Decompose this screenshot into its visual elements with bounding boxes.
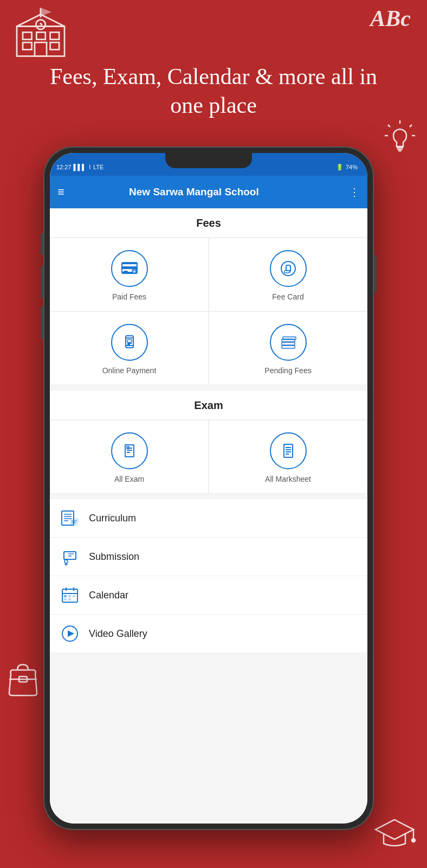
section-divider-2 (50, 494, 367, 499)
battery-icon: 🔋 (336, 164, 344, 171)
svg-rect-28 (124, 271, 128, 272)
volume-silent-button (41, 233, 43, 255)
svg-rect-8 (36, 33, 46, 40)
svg-point-63 (64, 560, 68, 563)
svg-point-32 (281, 261, 295, 276)
submission-label: Submission (89, 551, 139, 563)
phone-notch (165, 153, 252, 168)
app-title: New Sarwa Mangal School (71, 186, 317, 198)
video-gallery-label: Video Gallery (89, 628, 147, 640)
video-gallery-icon (60, 623, 80, 644)
svg-rect-43 (283, 337, 296, 340)
svg-rect-59 (70, 519, 78, 525)
online-payment-label: Online Payment (102, 366, 157, 375)
menu-button[interactable]: ≡ (57, 185, 64, 199)
bulb-icon (384, 119, 416, 164)
svg-marker-23 (376, 820, 413, 839)
svg-point-25 (412, 839, 415, 842)
online-payment-button[interactable]: Online Payment (50, 311, 209, 385)
svg-rect-37 (127, 340, 132, 342)
content-area: Fees (50, 208, 367, 824)
svg-rect-10 (23, 42, 32, 49)
svg-rect-9 (50, 33, 60, 40)
fee-card-icon (270, 250, 307, 287)
status-time: 12:27 (56, 164, 72, 170)
svg-rect-62 (64, 552, 76, 559)
svg-marker-78 (68, 630, 74, 637)
all-marksheet-label: All Marksheet (265, 475, 311, 483)
submission-item[interactable]: Submission (50, 538, 367, 576)
battery-level: 74% (346, 164, 358, 170)
svg-rect-7 (23, 33, 32, 40)
submission-icon (60, 546, 80, 567)
paid-fees-icon (111, 250, 148, 287)
power-button (374, 255, 377, 293)
calendar-label: Calendar (89, 590, 128, 601)
all-exam-icon (111, 432, 148, 469)
calendar-icon (60, 585, 80, 605)
curriculum-item[interactable]: Curriculum (50, 499, 367, 538)
exam-section-header: Exam (50, 391, 367, 420)
svg-rect-42 (282, 346, 295, 348)
more-options-button[interactable]: ⋮ (349, 186, 360, 199)
signal-icon: ▌▌▌ (74, 164, 86, 170)
svg-rect-76 (68, 598, 71, 601)
profile-button[interactable]: 👤 (324, 183, 342, 201)
all-marksheet-button[interactable]: All Marksheet (209, 420, 367, 494)
svg-rect-41 (282, 342, 295, 345)
volume-up-button (41, 266, 43, 298)
fees-section-header: Fees (50, 208, 367, 238)
svg-rect-31 (133, 271, 135, 273)
paid-fees-label: Paid Fees (112, 292, 146, 301)
fee-card-button[interactable]: Fee Card (209, 238, 367, 311)
svg-rect-6 (17, 27, 64, 56)
curriculum-label: Curriculum (89, 513, 136, 524)
svg-rect-73 (68, 595, 71, 597)
school-icon (11, 5, 70, 65)
svg-rect-74 (73, 595, 75, 597)
svg-rect-33 (286, 265, 290, 271)
status-left: 12:27 ▌▌▌ ⌇ LTE (56, 164, 103, 171)
phone-frame: 12:27 ▌▌▌ ⌇ LTE 🔋 74% ≡ New Sarwa Mangal… (43, 146, 374, 830)
fees-grid: Paid Fees Fee Card (50, 238, 367, 385)
online-payment-icon (111, 324, 148, 361)
all-marksheet-icon (270, 432, 307, 469)
app-bar: ≡ New Sarwa Mangal School 👤 ⋮ (50, 176, 367, 208)
svg-rect-12 (35, 42, 47, 56)
graduation-cap-icon (373, 814, 416, 857)
pending-fees-icon (270, 324, 307, 361)
status-right: 🔋 74% (336, 164, 358, 171)
exam-grid: All Exam A (50, 420, 367, 494)
data-icon: LTE (93, 164, 103, 170)
header-tagline: Fees, Exam, Calendar & more all in one p… (0, 62, 427, 119)
curriculum-icon (60, 508, 80, 528)
all-exam-label: All Exam (114, 475, 144, 483)
svg-line-16 (388, 125, 390, 127)
fee-card-label: Fee Card (272, 292, 303, 301)
calendar-item[interactable]: Calendar (50, 576, 367, 615)
video-gallery-item[interactable]: Video Gallery (50, 615, 367, 653)
volume-down-button (41, 307, 43, 339)
svg-line-14 (410, 125, 412, 127)
svg-rect-49 (284, 444, 293, 457)
abc-decorative-icon: ABc (370, 5, 411, 31)
pending-fees-label: Pending Fees (264, 366, 311, 375)
section-divider-1 (50, 385, 367, 391)
svg-rect-72 (64, 595, 67, 597)
bag-icon (5, 660, 41, 705)
pending-fees-button[interactable]: Pending Fees (209, 311, 367, 385)
phone-screen: 12:27 ▌▌▌ ⌇ LTE 🔋 74% ≡ New Sarwa Mangal… (50, 153, 367, 824)
wifi-icon: ⌇ (88, 164, 91, 171)
all-exam-button[interactable]: All Exam (50, 420, 209, 494)
svg-rect-75 (64, 598, 67, 601)
paid-fees-button[interactable]: Paid Fees (50, 238, 209, 311)
svg-rect-11 (50, 42, 60, 49)
